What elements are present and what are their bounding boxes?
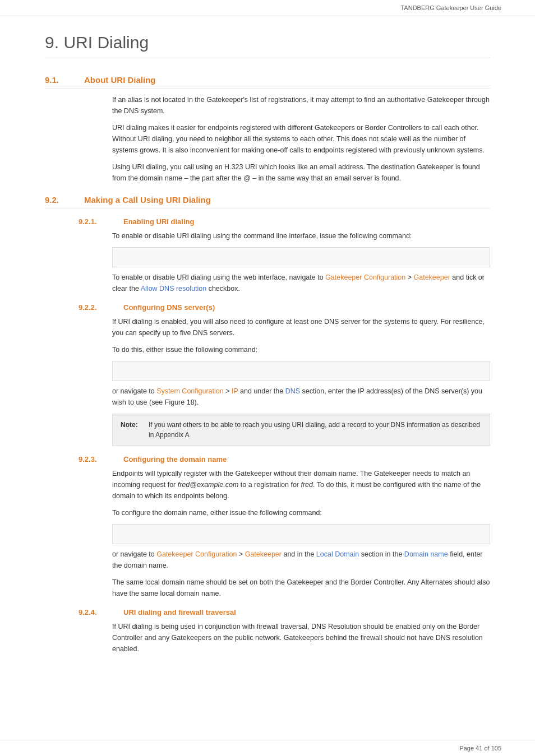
chapter-title: 9. URI Dialing (45, 33, 490, 58)
command-block-9-2-2 (112, 361, 490, 381)
section-9-1: 9.1. About URI Dialing If an alias is no… (45, 75, 490, 184)
command-block-9-2-3 (112, 524, 490, 544)
content: 9. URI Dialing 9.1. About URI Dialing If… (0, 16, 535, 694)
bottom-bar: Page 41 of 105 (0, 740, 535, 756)
page: TANDBERG Gatekeeper User Guide 9. URI Di… (0, 0, 535, 756)
subsection-9-2-3-para-1: Endpoints will typically register with t… (45, 468, 490, 502)
section-9-1-para-1: If an alias is not located in the Gateke… (45, 94, 490, 117)
example-fred: fred (301, 481, 313, 489)
command-block-9-2-1 (112, 247, 490, 267)
note-label: Note: (121, 420, 143, 440)
subsection-9-2-1: 9.2.1. Enabling URI dialing To enable or… (45, 217, 490, 294)
section-9-1-para-3: Using URI dialing, you call using an H.3… (45, 161, 490, 184)
subsection-9-2-1-para-1: To enable or disable URI dialing using t… (45, 230, 490, 242)
top-bar: TANDBERG Gatekeeper User Guide (0, 0, 535, 16)
link-gatekeeper-1[interactable]: Gatekeeper (414, 273, 450, 281)
link-dns[interactable]: DNS (285, 387, 300, 395)
subsection-9-2-1-number: 9.2.1. (79, 217, 112, 226)
section-9-1-title: About URI Dialing (84, 75, 156, 85)
link-domain-name[interactable]: Domain name (404, 550, 448, 558)
example-email: fred@example.com (178, 481, 239, 489)
link-system-config[interactable]: System Configuration (156, 387, 224, 395)
subsection-9-2-2-header: 9.2.2. Configuring DNS server(s) (45, 303, 490, 312)
subsection-9-2-4-header: 9.2.4. URI dialing and firewall traversa… (45, 608, 490, 616)
subsection-9-2-4-number: 9.2.4. (79, 608, 112, 616)
subsection-9-2-2-para-2: To do this, either issue the following c… (45, 344, 490, 355)
subsection-9-2-3-title: Configuring the domain name (123, 455, 227, 463)
subsection-9-2-3-para-3: or navigate to Gatekeeper Configuration … (45, 549, 490, 571)
section-9-2-header: 9.2. Making a Call Using URI Dialing (45, 195, 490, 208)
subsection-9-2-2: 9.2.2. Configuring DNS server(s) If URI … (45, 303, 490, 446)
subsection-9-2-2-para-3: or navigate to System Configuration > IP… (45, 386, 490, 408)
document-title: TANDBERG Gatekeeper User Guide (400, 4, 501, 11)
subsection-9-2-1-title: Enabling URI dialing (123, 217, 194, 226)
section-9-1-para-2: URI dialing makes it easier for endpoint… (45, 122, 490, 156)
subsection-9-2-3-para-2: To configure the domain name, either iss… (45, 507, 490, 518)
link-gatekeeper-config-2[interactable]: Gatekeeper Configuration (156, 550, 237, 558)
link-gatekeeper-2[interactable]: Gatekeeper (245, 550, 282, 558)
section-9-2: 9.2. Making a Call Using URI Dialing 9.2… (45, 195, 490, 655)
link-gatekeeper-config-1[interactable]: Gatekeeper Configuration (325, 273, 405, 281)
subsection-9-2-4-para-1: If URI dialing is being used in conjunct… (45, 621, 490, 655)
section-9-1-header: 9.1. About URI Dialing (45, 75, 490, 89)
subsection-9-2-4-title: URI dialing and firewall traversal (123, 608, 236, 616)
subsection-9-2-3-header: 9.2.3. Configuring the domain name (45, 455, 490, 463)
subsection-9-2-1-para-3: To enable or disable URI dialing using t… (45, 272, 490, 294)
section-9-1-number: 9.1. (45, 75, 73, 85)
link-allow-dns[interactable]: Allow DNS resolution (141, 285, 206, 293)
subsection-9-2-4: 9.2.4. URI dialing and firewall traversa… (45, 608, 490, 655)
section-9-2-title: Making a Call Using URI Dialing (84, 195, 211, 205)
page-number: Page 41 of 105 (459, 745, 501, 752)
note-box-9-2-2: Note: If you want others to be able to r… (112, 414, 490, 446)
subsection-9-2-2-number: 9.2.2. (79, 303, 112, 312)
chapter-number: 9. (45, 33, 59, 52)
section-9-2-number: 9.2. (45, 195, 73, 205)
subsection-9-2-2-para-1: If URI dialing is enabled, you will also… (45, 316, 490, 338)
subsection-9-2-3: 9.2.3. Configuring the domain name Endpo… (45, 455, 490, 599)
link-local-domain[interactable]: Local Domain (316, 550, 359, 558)
chapter-name: URI Dialing (63, 33, 149, 52)
subsection-9-2-3-number: 9.2.3. (79, 455, 112, 463)
subsection-9-2-2-title: Configuring DNS server(s) (123, 303, 215, 312)
subsection-9-2-1-header: 9.2.1. Enabling URI dialing (45, 217, 490, 226)
subsection-9-2-3-para-4: The same local domain name should be set… (45, 577, 490, 599)
link-ip[interactable]: IP (232, 387, 238, 395)
note-text: If you want others to be able to reach y… (149, 420, 482, 440)
